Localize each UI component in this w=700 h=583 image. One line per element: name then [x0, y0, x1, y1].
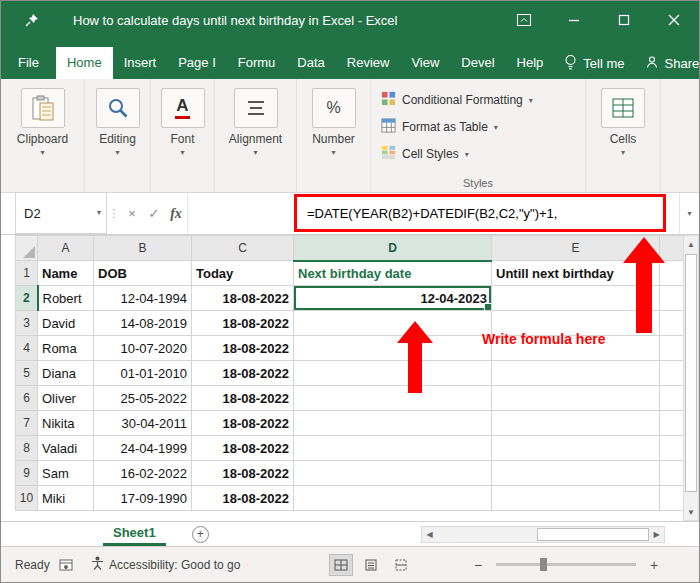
cell[interactable]: Miki	[38, 486, 94, 511]
ribbon-group-number[interactable]: % Number ▾	[297, 79, 371, 192]
row-header[interactable]: 8	[16, 436, 38, 461]
cell[interactable]: 18-08-2022	[192, 436, 294, 461]
cell[interactable]	[294, 461, 492, 486]
row-header[interactable]: 2	[16, 286, 38, 311]
tab-formulas[interactable]: Formu	[227, 47, 287, 79]
page-layout-view-icon[interactable]	[359, 554, 383, 576]
row-header[interactable]: 4	[16, 336, 38, 361]
vertical-scrollbar-thumb[interactable]	[685, 254, 697, 492]
tab-insert[interactable]: Insert	[113, 47, 168, 79]
zoom-out-icon[interactable]: −	[471, 557, 485, 573]
select-all-corner[interactable]	[16, 236, 38, 261]
close-icon[interactable]	[649, 1, 699, 39]
zoom-in-icon[interactable]: +	[647, 557, 661, 573]
conditional-formatting-button[interactable]: Conditional Formatting ▾	[381, 86, 577, 113]
cell[interactable]: 18-08-2022	[192, 336, 294, 361]
cell[interactable]: 18-08-2022	[192, 411, 294, 436]
cell[interactable]: 24-04-1999	[94, 436, 192, 461]
formula-bar-expand-icon[interactable]: ▾	[679, 193, 699, 234]
cell[interactable]: Today	[192, 261, 294, 286]
horizontal-scrollbar-thumb[interactable]	[537, 528, 649, 541]
cell[interactable]	[294, 336, 492, 361]
cell[interactable]	[660, 461, 684, 486]
ribbon-group-font[interactable]: A Font ▾	[151, 79, 215, 192]
page-break-view-icon[interactable]	[389, 554, 413, 576]
scroll-down-icon[interactable]: ▼	[684, 504, 698, 520]
row-header[interactable]: 1	[16, 261, 38, 286]
cell[interactable]: 30-04-2011	[94, 411, 192, 436]
cell[interactable]	[294, 361, 492, 386]
cell[interactable]: Sam	[38, 461, 94, 486]
vertical-scrollbar[interactable]: ▲ ▼	[683, 235, 699, 521]
tab-home[interactable]: Home	[56, 47, 113, 79]
cell[interactable]: Oliver	[38, 386, 94, 411]
cell[interactable]	[660, 361, 684, 386]
normal-view-icon[interactable]	[329, 554, 353, 576]
zoom-slider-handle[interactable]	[540, 558, 547, 571]
sheet-tab-sheet1[interactable]: Sheet1	[103, 522, 166, 546]
formula-input[interactable]: =DATE(YEAR(B2)+DATEDIF(B2,C2,"y")+1,	[187, 193, 679, 234]
cell[interactable]: 18-08-2022	[192, 311, 294, 336]
cell[interactable]: 01-01-2010	[94, 361, 192, 386]
selected-cell-d2[interactable]: 12-04-2023	[294, 286, 492, 311]
cell[interactable]: Name	[38, 261, 94, 286]
cell[interactable]: 18-08-2022	[192, 461, 294, 486]
cell[interactable]	[492, 486, 660, 511]
cell[interactable]: 16-02-2022	[94, 461, 192, 486]
row-header[interactable]: 10	[16, 486, 38, 511]
format-as-table-button[interactable]: Format as Table ▾	[381, 113, 577, 140]
add-sheet-button[interactable]: +	[192, 526, 209, 543]
cell[interactable]: Diana	[38, 361, 94, 386]
cell[interactable]: Roma	[38, 336, 94, 361]
tab-view[interactable]: View	[400, 47, 450, 79]
cell[interactable]	[492, 386, 660, 411]
cell[interactable]	[660, 386, 684, 411]
ribbon-group-cells[interactable]: Cells ▾	[586, 79, 661, 192]
cell[interactable]: 18-08-2022	[192, 486, 294, 511]
cell[interactable]	[294, 386, 492, 411]
row-header[interactable]: 6	[16, 386, 38, 411]
tab-review[interactable]: Review	[336, 47, 401, 79]
row-header[interactable]: 9	[16, 461, 38, 486]
row-header[interactable]: 5	[16, 361, 38, 386]
cell[interactable]: 18-08-2022	[192, 286, 294, 311]
name-box[interactable]: D2 ▾	[15, 193, 107, 234]
cell[interactable]: DOB	[94, 261, 192, 286]
tab-data[interactable]: Data	[286, 47, 335, 79]
cell[interactable]	[294, 311, 492, 336]
cell-styles-button[interactable]: Cell Styles ▾	[381, 140, 577, 167]
horizontal-scrollbar-track[interactable]	[437, 527, 649, 542]
scroll-up-icon[interactable]: ▲	[684, 236, 698, 252]
cell[interactable]	[294, 411, 492, 436]
row-header[interactable]: 3	[16, 311, 38, 336]
col-header-d[interactable]: D	[294, 236, 492, 261]
cell[interactable]: 14-08-2019	[94, 311, 192, 336]
col-header-c[interactable]: C	[192, 236, 294, 261]
cell[interactable]: 25-05-2022	[94, 386, 192, 411]
tab-page-layout[interactable]: Page I	[167, 47, 227, 79]
tab-file[interactable]: File	[1, 47, 56, 79]
cell[interactable]: David	[38, 311, 94, 336]
cell[interactable]: Robert	[38, 286, 94, 311]
cell[interactable]: Valadi	[38, 436, 94, 461]
cell[interactable]	[492, 361, 660, 386]
cell[interactable]	[660, 336, 684, 361]
cell[interactable]: Next birthday date	[294, 261, 492, 286]
cell[interactable]	[492, 461, 660, 486]
cell[interactable]: 18-08-2022	[192, 386, 294, 411]
tell-me-button[interactable]: Tell me	[554, 47, 634, 79]
share-button[interactable]: Share	[635, 47, 700, 79]
row-header[interactable]: 7	[16, 411, 38, 436]
tab-help[interactable]: Help	[506, 47, 555, 79]
cell[interactable]: 12-04-1994	[94, 286, 192, 311]
maximize-icon[interactable]	[599, 1, 649, 39]
scroll-left-icon[interactable]: ◀	[422, 530, 437, 539]
cell[interactable]: Nikita	[38, 411, 94, 436]
horizontal-scrollbar[interactable]: ◀ ▶	[421, 526, 665, 543]
scroll-right-icon[interactable]: ▶	[649, 530, 664, 539]
col-header-a[interactable]: A	[38, 236, 94, 261]
cell[interactable]	[294, 436, 492, 461]
zoom-slider[interactable]	[496, 563, 636, 566]
cancel-icon[interactable]: ×	[121, 193, 143, 234]
cell[interactable]	[660, 411, 684, 436]
